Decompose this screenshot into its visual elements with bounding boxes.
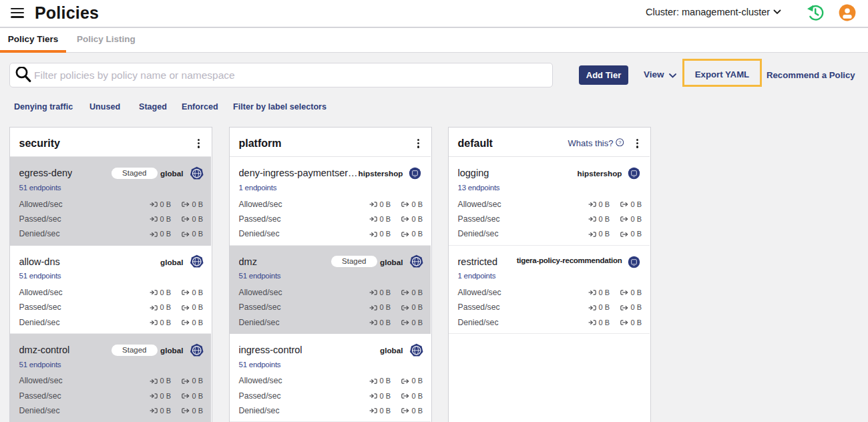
svg-text:?: ? (618, 140, 621, 146)
